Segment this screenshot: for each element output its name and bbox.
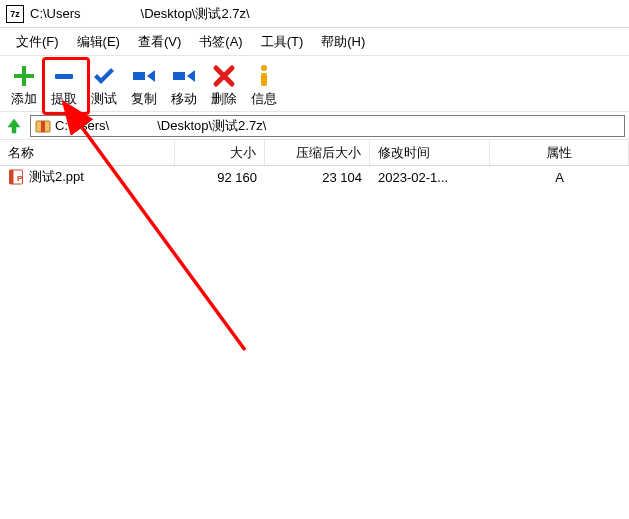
up-arrow-icon [5, 117, 23, 135]
title-redacted [81, 4, 141, 18]
file-packed: 23 104 [265, 170, 370, 185]
file-name: 测试2.ppt [29, 168, 84, 186]
move-label: 移动 [171, 90, 197, 108]
column-header-packed[interactable]: 压缩后大小 [265, 140, 370, 165]
file-attr: A [490, 170, 629, 185]
test-button[interactable]: 测试 [84, 60, 124, 110]
app-icon-7z: 7z [6, 5, 24, 23]
menu-tools[interactable]: 工具(T) [253, 30, 312, 54]
column-header-attr[interactable]: 属性 [490, 140, 629, 165]
address-text: C:\Users\\Desktop\测试2.7z\ [55, 117, 266, 135]
svg-rect-4 [41, 121, 45, 132]
ppt-file-icon: P [8, 169, 24, 185]
extract-button[interactable]: 提取 [44, 60, 84, 110]
svg-rect-2 [261, 73, 267, 86]
info-icon [250, 62, 278, 90]
menu-bookmarks[interactable]: 书签(A) [191, 30, 250, 54]
file-size: 92 160 [175, 170, 265, 185]
add-label: 添加 [11, 90, 37, 108]
address-suffix: \Desktop\测试2.7z\ [157, 118, 266, 133]
archive-icon [35, 118, 51, 134]
test-icon [90, 62, 118, 90]
move-icon [170, 62, 198, 90]
add-icon [10, 62, 38, 90]
title-suffix: \Desktop\测试2.7z\ [141, 6, 250, 21]
svg-point-1 [261, 65, 267, 71]
address-prefix: C:\Users\ [55, 118, 109, 133]
column-header-mtime[interactable]: 修改时间 [370, 140, 490, 165]
info-label: 信息 [251, 90, 277, 108]
svg-rect-0 [55, 74, 73, 79]
delete-icon [210, 62, 238, 90]
test-label: 测试 [91, 90, 117, 108]
file-mtime: 2023-02-1... [370, 170, 490, 185]
menu-help[interactable]: 帮助(H) [313, 30, 373, 54]
menu-file[interactable]: 文件(F) [8, 30, 67, 54]
menu-edit[interactable]: 编辑(E) [69, 30, 128, 54]
address-field[interactable]: C:\Users\\Desktop\测试2.7z\ [30, 115, 625, 137]
extract-label: 提取 [51, 90, 77, 108]
copy-icon [130, 62, 158, 90]
title-bar: 7z C:\Users\Desktop\测试2.7z\ [0, 0, 629, 28]
window-title: C:\Users\Desktop\测试2.7z\ [30, 4, 250, 23]
toolbar: 添加 提取 测试 复制 移动 删除 信息 [0, 56, 629, 112]
add-button[interactable]: 添加 [4, 60, 44, 110]
column-header-name[interactable]: 名称 [0, 140, 175, 165]
copy-button[interactable]: 复制 [124, 60, 164, 110]
column-header-size[interactable]: 大小 [175, 140, 265, 165]
address-bar: C:\Users\\Desktop\测试2.7z\ [0, 112, 629, 140]
copy-label: 复制 [131, 90, 157, 108]
svg-rect-6 [10, 170, 14, 184]
up-button[interactable] [4, 116, 24, 136]
column-header-row: 名称 大小 压缩后大小 修改时间 属性 [0, 140, 629, 166]
info-button[interactable]: 信息 [244, 60, 284, 110]
menu-view[interactable]: 查看(V) [130, 30, 189, 54]
move-button[interactable]: 移动 [164, 60, 204, 110]
extract-icon [50, 62, 78, 90]
svg-text:P: P [17, 174, 23, 183]
delete-button[interactable]: 删除 [204, 60, 244, 110]
table-row[interactable]: P 测试2.ppt 92 160 23 104 2023-02-1... A [0, 166, 629, 188]
delete-label: 删除 [211, 90, 237, 108]
menu-bar: 文件(F) 编辑(E) 查看(V) 书签(A) 工具(T) 帮助(H) [0, 28, 629, 56]
title-prefix: C:\Users [30, 6, 81, 21]
file-list: P 测试2.ppt 92 160 23 104 2023-02-1... A [0, 166, 629, 188]
